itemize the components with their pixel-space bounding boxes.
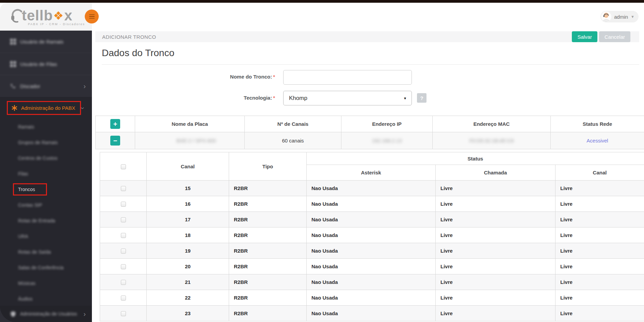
canal-cell: 23	[147, 306, 229, 321]
sidebar-item-usuarios-filas[interactable]: Usuário de Filas	[0, 53, 92, 75]
add-board-button[interactable]: +	[110, 119, 120, 129]
sidebar-subitem-rotas-entrada[interactable]: Rotas de Entrada	[0, 213, 92, 228]
sidebar-subitem-grupos-ramais[interactable]: Grupos de Ramais	[0, 135, 92, 150]
main-content: ADICIONAR TRONCO Salvar Cancelar Dados d…	[92, 31, 644, 322]
canal-status-cell: Livre	[556, 290, 644, 306]
sidebar-subitem-musicas[interactable]: Músicas	[0, 275, 92, 291]
column-header-canal: Canal	[147, 152, 229, 181]
chamada-cell: Livre	[436, 196, 556, 212]
board-network-status-cell: Acessivel	[551, 132, 644, 149]
chamada-cell: Livre	[436, 274, 556, 290]
canal-cell: 16	[147, 196, 229, 212]
red-highlight-box: Troncos	[13, 183, 47, 196]
required-asterisk: *	[273, 95, 275, 101]
remove-board-button[interactable]: −	[110, 136, 120, 146]
row-checkbox[interactable]	[121, 233, 126, 238]
row-select-cell	[100, 227, 147, 243]
row-select-cell	[100, 274, 147, 290]
tipo-cell: R2BR	[229, 196, 307, 212]
logo-diamond-icon: ❖	[53, 8, 64, 23]
row-select-cell	[100, 259, 147, 274]
board-table: + Nome da Placa Nº de Canais Endereço IP…	[95, 116, 644, 149]
column-header-num-canais: Nº de Canais	[245, 116, 341, 132]
tipo-cell: R2BR	[229, 290, 307, 306]
sidebar-item-label: Administração de Usuários	[20, 311, 77, 317]
phone-icon	[10, 83, 16, 89]
row-checkbox[interactable]	[121, 249, 126, 254]
help-button[interactable]: ?	[417, 93, 426, 103]
sidebar-subitem-ura[interactable]: URA	[0, 228, 92, 244]
sidebar-subitem-audios[interactable]: Áudios	[0, 291, 92, 307]
asterisk-cell: Nao Usada	[307, 274, 436, 290]
sidebar-item-usuarios-ramais[interactable]: Usuário de Ramais	[0, 31, 92, 53]
canal-status-cell: Livre	[556, 306, 644, 321]
row-checkbox[interactable]	[121, 217, 126, 222]
chamada-cell: Livre	[436, 290, 556, 306]
column-header-asterisk: Asterisk	[307, 165, 436, 181]
column-header-nome-placa: Nome da Placa	[135, 116, 245, 132]
grid-icon	[10, 39, 16, 45]
canal-cell: 15	[147, 181, 229, 196]
sidebar-subitem-filas[interactable]: Filas	[0, 166, 92, 182]
row-select-cell	[100, 196, 147, 212]
table-row: 17 R2BR Nao Usada Livre Livre	[100, 212, 644, 227]
column-header-chamada: Chamada	[436, 165, 556, 181]
canal-cell: 22	[147, 290, 229, 306]
row-checkbox[interactable]	[121, 311, 126, 316]
save-button[interactable]: Salvar	[572, 31, 597, 42]
tipo-cell: R2BR	[229, 259, 307, 274]
row-checkbox[interactable]	[121, 295, 126, 301]
chamada-cell: Livre	[436, 259, 556, 274]
asterisk-cell: Nao Usada	[307, 243, 436, 259]
select-all-cell	[100, 152, 147, 181]
nome-tronco-label: Nome do Tronco:*	[193, 74, 275, 80]
row-checkbox[interactable]	[121, 280, 126, 285]
table-row: 19 R2BR Nao Usada Livre Livre	[100, 243, 644, 259]
red-highlight-box: Administração do PABX	[7, 101, 81, 115]
table-row: 23 R2BR Nao Usada Livre Livre	[100, 306, 644, 321]
sidebar-subitem-rotas-saida[interactable]: Rotas de Saída	[0, 244, 92, 260]
menu-toggle-button[interactable]	[85, 10, 99, 23]
canal-status-cell: Livre	[556, 243, 644, 259]
chevron-down-icon: ›	[80, 107, 87, 109]
sidebar-subitem-salas-conferencia[interactable]: Salas de Conferência	[0, 260, 92, 275]
network-status-link[interactable]: Acessivel	[586, 138, 608, 143]
row-checkbox[interactable]	[121, 264, 126, 269]
sidebar-subitem-contas-sip[interactable]: Contas SIP	[0, 197, 92, 213]
row-checkbox[interactable]	[121, 186, 126, 191]
asterisk-cell: Nao Usada	[307, 196, 436, 212]
canal-status-cell: Livre	[556, 196, 644, 212]
tecnologia-select[interactable]: Khomp ▾	[283, 91, 412, 105]
asterisk-cell: Nao Usada	[307, 212, 436, 227]
row-select-cell	[100, 181, 147, 196]
sidebar-item-administracao-usuarios[interactable]: Administração de Usuários ›	[0, 306, 92, 322]
canal-cell: 21	[147, 274, 229, 290]
tipo-cell: R2BR	[229, 306, 307, 321]
canal-status-cell: Livre	[556, 212, 644, 227]
sidebar-subitem-troncos[interactable]: Troncos	[0, 182, 92, 197]
remove-board-cell: −	[96, 132, 135, 149]
sidebar-item-administracao-pabx[interactable]: Administração do PABX ›	[0, 97, 92, 119]
row-checkbox[interactable]	[121, 202, 126, 207]
chevron-down-icon: ▼	[631, 15, 634, 19]
asterisk-icon	[11, 105, 18, 111]
table-row: 21 R2BR Nao Usada Livre Livre	[100, 274, 644, 290]
grid-icon	[10, 61, 16, 67]
nome-tronco-input[interactable]	[283, 70, 412, 85]
sidebar-subitem-centros-custos[interactable]: Centros de Custos	[0, 150, 92, 166]
sidebar-subitem-ramais[interactable]: Ramais	[0, 119, 92, 135]
table-row: 15 R2BR Nao Usada Livre Livre	[100, 181, 644, 196]
select-all-checkbox[interactable]	[121, 164, 126, 169]
chamada-cell: Livre	[436, 227, 556, 243]
sidebar: Usuário de Ramais Usuário de Filas Disca…	[0, 31, 92, 322]
column-header-status-rede: Status Rede	[551, 116, 644, 132]
canal-status-cell: Livre	[556, 227, 644, 243]
user-menu[interactable]: admin ▼	[600, 11, 639, 22]
tipo-cell: R2BR	[229, 243, 307, 259]
logo: tellb ❖ x	[10, 7, 73, 23]
sidebar-item-label: Administração do PABX	[21, 105, 75, 111]
cancel-button[interactable]: Cancelar	[599, 31, 630, 42]
sidebar-item-discador[interactable]: Discador ›	[0, 75, 92, 97]
table-row: 22 R2BR Nao Usada Livre Livre	[100, 290, 644, 306]
canal-cell: 18	[147, 227, 229, 243]
